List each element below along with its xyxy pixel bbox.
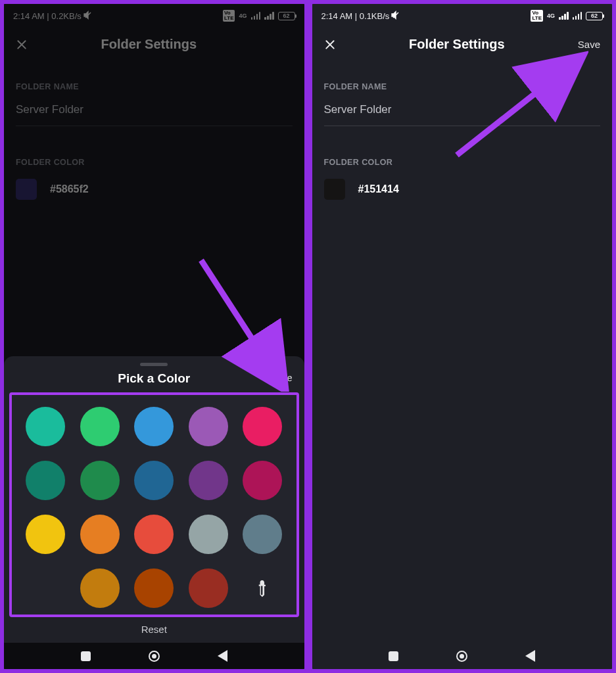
color-chip[interactable]: [134, 461, 174, 500]
network-gen: 4G: [239, 12, 247, 19]
sheet-title: Pick a Color: [118, 371, 190, 385]
eyedropper-icon[interactable]: [243, 569, 282, 608]
signal-bars-icon: [251, 12, 261, 20]
color-chip[interactable]: [80, 569, 120, 608]
color-chip[interactable]: [189, 515, 228, 554]
color-palette-box: [9, 392, 299, 617]
volte-badge: VoLTE: [531, 10, 543, 22]
color-chip[interactable]: [26, 407, 65, 446]
palette-row: [18, 461, 290, 500]
color-chip[interactable]: [26, 515, 65, 554]
folder-color-label: FOLDER COLOR: [324, 158, 601, 167]
volte-badge: VoLTE: [223, 10, 235, 22]
screenshot-right: 2:14 AM | 0.1KB/s VoLTE 4G 62 Folder Set…: [310, 2, 615, 671]
mute-icon: [391, 10, 401, 22]
back-icon[interactable]: [525, 650, 535, 662]
color-chip[interactable]: [80, 461, 120, 500]
signal-bars-icon-2: [573, 12, 582, 20]
sheet-save-button[interactable]: Save: [272, 373, 293, 383]
signal-bars-icon: [559, 12, 569, 20]
recents-icon[interactable]: [81, 651, 91, 661]
color-chip[interactable]: [134, 569, 174, 608]
android-navbar: [312, 643, 613, 669]
palette-row: [18, 407, 290, 446]
color-chip[interactable]: [243, 461, 282, 500]
folder-name-label: FOLDER NAME: [16, 82, 293, 91]
status-time-net: 2:14 AM | 0.2KB/s: [13, 11, 82, 21]
color-chip[interactable]: [26, 461, 65, 500]
back-icon[interactable]: [218, 650, 227, 662]
color-chip[interactable]: [189, 407, 228, 446]
signal-bars-icon-2: [264, 12, 274, 20]
app-header: Folder Settings Save: [312, 25, 613, 66]
recents-icon[interactable]: [389, 651, 398, 661]
color-row[interactable]: #151414: [324, 179, 601, 200]
battery-icon: 62: [278, 12, 295, 20]
color-chip[interactable]: [243, 407, 282, 446]
screenshot-left: 2:14 AM | 0.2KB/s VoLTE 4G 62 Folder Set…: [2, 2, 306, 671]
color-hex-value: #151414: [358, 183, 399, 195]
color-row[interactable]: #5865f2: [16, 179, 293, 200]
page-title: Folder Settings: [343, 37, 572, 52]
section-folder-color: FOLDER COLOR #151414: [312, 158, 613, 200]
section-folder-color: FOLDER COLOR #5865f2: [4, 158, 304, 200]
folder-name-label: FOLDER NAME: [324, 82, 601, 91]
folder-name-input[interactable]: Server Folder: [16, 103, 293, 126]
android-navbar: [4, 643, 304, 669]
section-folder-name: FOLDER NAME Server Folder: [312, 82, 613, 126]
status-bar: 2:14 AM | 0.1KB/s VoLTE 4G 62: [312, 4, 613, 25]
color-chip[interactable]: [134, 515, 174, 554]
folder-name-input[interactable]: Server Folder: [324, 103, 601, 126]
mute-icon: [83, 10, 93, 22]
app-header: Folder Settings: [4, 25, 304, 66]
color-swatch: [324, 179, 345, 200]
color-chip[interactable]: [80, 407, 120, 446]
home-icon[interactable]: [149, 651, 160, 662]
sheet-handle[interactable]: [140, 363, 168, 366]
status-bar: 2:14 AM | 0.2KB/s VoLTE 4G 62: [4, 4, 304, 25]
color-chip[interactable]: [189, 461, 228, 500]
save-button[interactable]: Save: [571, 39, 600, 50]
battery-icon: 62: [586, 12, 603, 20]
status-time-net: 2:14 AM | 0.1KB/s: [321, 11, 390, 21]
color-swatch: [16, 179, 37, 200]
reset-button[interactable]: Reset: [9, 624, 299, 635]
network-gen: 4G: [547, 12, 555, 19]
section-folder-name: FOLDER NAME Server Folder: [4, 82, 304, 126]
folder-color-label: FOLDER COLOR: [16, 158, 293, 167]
home-icon[interactable]: [456, 651, 467, 662]
color-chip[interactable]: [189, 569, 228, 608]
color-chip[interactable]: [134, 407, 174, 446]
palette-row: [18, 515, 290, 554]
page-title: Folder Settings: [34, 37, 264, 52]
color-picker-sheet: Pick a Color Save Reset: [4, 356, 304, 643]
palette-row: [18, 569, 290, 608]
color-hex-value: #5865f2: [50, 183, 89, 195]
color-chip[interactable]: [243, 515, 282, 554]
color-chip[interactable]: [80, 515, 120, 554]
